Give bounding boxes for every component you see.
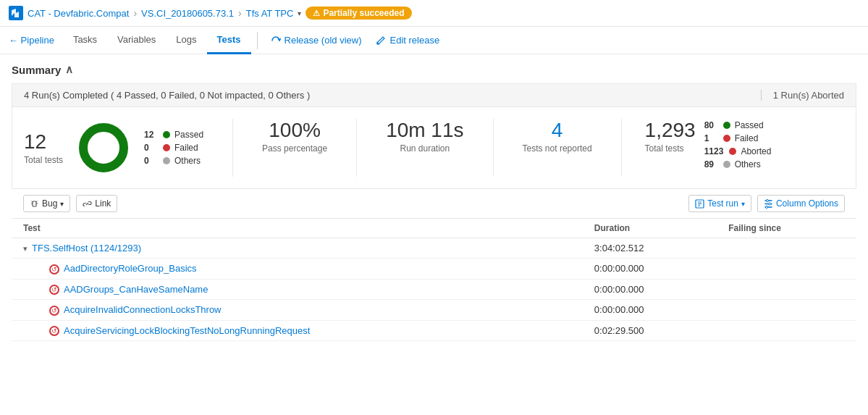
aborted-total-label: Total tests xyxy=(645,143,696,154)
table-row: ↺AadDirectoryRoleGroup_Basics0:00:00.000 xyxy=(12,259,856,280)
tab-logs[interactable]: Logs xyxy=(166,27,206,54)
test-status-icon: ↺ xyxy=(49,285,59,295)
failed-dot xyxy=(163,144,170,151)
failing-since-cell xyxy=(717,238,856,259)
bug-icon xyxy=(30,199,39,209)
not-reported-label: Tests not reported xyxy=(523,143,592,154)
column-options-button[interactable]: Column Options xyxy=(757,195,845,212)
aborted-stats-text: 1 Run(s) Aborted xyxy=(773,90,844,101)
duration-cell: 3:04:02.512 xyxy=(583,238,717,259)
test-cell: ▾TFS.SelfHost (1124/1293) xyxy=(12,238,583,259)
svg-point-5 xyxy=(766,199,768,201)
column-options-icon xyxy=(764,199,773,209)
passed-dot xyxy=(163,131,170,138)
passed-legend: 12 Passed 0 Failed 0 Others xyxy=(144,130,203,166)
aborted-legend-aborted: 1123 Aborted xyxy=(704,146,772,156)
col-duration: Duration xyxy=(583,219,717,238)
duration-cell: 0:00:00.000 xyxy=(583,259,717,280)
breadcrumb-link-3[interactable]: Tfs AT TPC xyxy=(246,8,294,19)
breadcrumb-sep-1: › xyxy=(133,7,137,19)
column-options-label: Column Options xyxy=(776,198,838,209)
test-run-label: Test run xyxy=(707,198,738,209)
failing-since-cell xyxy=(717,279,856,300)
svg-point-2 xyxy=(92,136,115,159)
bug-button[interactable]: Bug ▾ xyxy=(23,195,70,212)
test-cell: ↺AADGroups_CanHaveSameName xyxy=(12,279,583,300)
aborted-legend-others: 89 Others xyxy=(704,159,772,169)
summary-section: Summary ∧ 4 Run(s) Completed ( 4 Passed,… xyxy=(0,54,868,350)
aborted-aborted-label: Aborted xyxy=(741,146,771,156)
breadcrumb-link-2[interactable]: VS.CI_20180605.73.1 xyxy=(141,8,234,19)
expand-icon[interactable]: ▾ xyxy=(23,244,28,253)
duration-block: 10m 11s Run duration xyxy=(368,119,481,154)
toolbar-right: Test run ▾ Column Options xyxy=(688,195,845,212)
table-row: ▾TFS.SelfHost (1124/1293)3:04:02.512 xyxy=(12,238,856,259)
not-reported-value[interactable]: 4 xyxy=(523,119,592,142)
summary-header: Summary ∧ xyxy=(12,63,856,76)
total-tests-block: 12 Total tests xyxy=(24,130,63,165)
duration-label: Run duration xyxy=(386,143,463,154)
breadcrumb-link-1[interactable]: CAT - Devfabric.Compat xyxy=(28,8,129,19)
release-old-view-action[interactable]: Release (old view) xyxy=(264,29,369,51)
charts-area: 12 Total tests 12 Passed 0 xyxy=(12,107,856,189)
stats-divider xyxy=(761,90,762,101)
tests-table: Test Duration Failing since ▾TFS.SelfHos… xyxy=(12,219,856,341)
breadcrumb-sep-2: › xyxy=(238,7,242,19)
aborted-total-block: 1,293 Total tests xyxy=(645,119,696,154)
donut-svg xyxy=(75,119,132,177)
aborted-total-count: 1,293 xyxy=(645,119,696,142)
edit-icon xyxy=(376,35,386,46)
tab-variables[interactable]: Variables xyxy=(107,27,166,54)
aborted-passed-count: 80 xyxy=(704,120,717,130)
total-tests-label: Total tests xyxy=(24,155,63,165)
nav-bar: ← Pipeline Tasks Variables Logs Tests Re… xyxy=(0,27,868,54)
link-button[interactable]: Link xyxy=(76,195,117,212)
pass-pct-block: 100% Pass percentage xyxy=(245,119,345,154)
failed-count: 0 xyxy=(144,143,157,153)
svg-point-6 xyxy=(768,203,770,205)
duration-cell: 0:00:00.000 xyxy=(583,300,717,321)
tab-tests[interactable]: Tests xyxy=(207,27,251,54)
legend-others: 0 Others xyxy=(144,156,203,166)
stats-row: 4 Run(s) Completed ( 4 Passed, 0 Failed,… xyxy=(12,83,856,107)
not-reported-block: 4 Tests not reported xyxy=(505,119,610,154)
table-row: ↺AcquireInvalidConnectionLocksThrow0:00:… xyxy=(12,300,856,321)
test-name-link[interactable]: AADGroups_CanHaveSameName xyxy=(64,284,208,295)
test-run-button[interactable]: Test run ▾ xyxy=(688,195,751,212)
aborted-legend: 80 Passed 1 Failed 1123 Aborted 89 xyxy=(704,119,772,169)
pass-pct-label: Pass percentage xyxy=(262,143,327,154)
test-name-link[interactable]: AcquireInvalidConnectionLocksThrow xyxy=(64,304,222,315)
release-old-view-label: Release (old view) xyxy=(285,35,362,46)
nav-back[interactable]: ← Pipeline xyxy=(9,35,54,46)
completed-chart-block: 12 Total tests 12 Passed 0 xyxy=(24,119,221,177)
col-test: Test xyxy=(12,219,583,238)
nav-divider xyxy=(257,32,258,49)
breadcrumb-dropdown-arrow[interactable]: ▾ xyxy=(298,9,301,17)
test-name-link[interactable]: AadDirectoryRoleGroup_Basics xyxy=(64,263,197,274)
passed-count: 12 xyxy=(144,130,157,140)
test-cell: ↺AcquireInvalidConnectionLocksThrow xyxy=(12,300,583,321)
aborted-passed-dot xyxy=(723,122,730,129)
toolbar: Bug ▾ Link Test run ▾ xyxy=(12,189,856,219)
col-failing-since: Failing since xyxy=(717,219,856,238)
aborted-failed-count: 1 xyxy=(704,133,717,143)
group-name[interactable]: TFS.SelfHost (1124/1293) xyxy=(32,243,141,253)
failing-since-cell xyxy=(717,320,856,341)
tab-tasks[interactable]: Tasks xyxy=(63,27,107,54)
legend-passed: 12 Passed xyxy=(144,130,203,140)
duration-cell: 0:00:00.000 xyxy=(583,279,717,300)
others-label: Others xyxy=(174,156,201,166)
link-label: Link xyxy=(95,198,111,209)
azure-devops-logo xyxy=(9,6,23,20)
aborted-others-count: 89 xyxy=(704,159,717,169)
test-cell: ↺AadDirectoryRoleGroup_Basics xyxy=(12,259,583,280)
test-name-link[interactable]: AcquireServicingLockBlockingTestNoLongRu… xyxy=(64,325,310,336)
failing-since-cell xyxy=(717,300,856,321)
edit-release-action[interactable]: Edit release xyxy=(368,29,447,51)
table-header-row: Test Duration Failing since xyxy=(12,219,856,238)
test-run-icon xyxy=(695,199,704,209)
svg-point-7 xyxy=(765,206,767,208)
summary-toggle[interactable]: ∧ xyxy=(65,63,73,76)
link-icon xyxy=(83,199,92,209)
bug-dropdown-arrow: ▾ xyxy=(60,200,64,208)
